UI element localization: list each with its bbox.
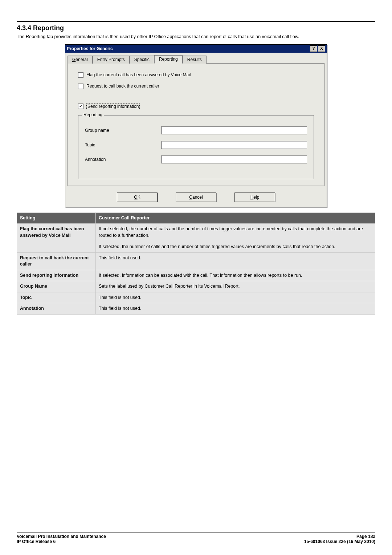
dialog-button-row: OK Cancel Help	[65, 188, 327, 207]
bottom-rule	[17, 532, 375, 532]
checkbox-label-flag-answered: Flag the current call has been answered …	[86, 72, 191, 77]
th-setting: Setting	[17, 212, 96, 224]
tabs-row: General Entry Prompts Specific Reporting…	[65, 53, 327, 63]
label-topic: Topic	[85, 142, 161, 147]
input-annotation[interactable]	[161, 155, 307, 163]
dialog-container: Properties for Generic ? X General Entry…	[17, 44, 375, 207]
footer-right-1: Page 182	[356, 534, 375, 539]
footer-left-2: IP Office Release 6	[17, 539, 56, 544]
checkbox-request-callback[interactable]	[78, 84, 83, 89]
section-title: Reporting	[33, 24, 64, 32]
footer-right-2: 15-601063 Issue 22e (16 May 2010)	[304, 539, 375, 544]
label-annotation: Annotation	[85, 157, 161, 162]
checkbox-row-send-reporting: Send reporting information	[78, 104, 314, 109]
th-desc: Customer Call Reporter	[96, 212, 375, 224]
tab-reporting[interactable]: Reporting	[154, 55, 183, 64]
fieldset-legend: Reporting	[82, 112, 104, 117]
checkbox-row-flag-answered: Flag the current call has been answered …	[78, 72, 314, 78]
field-row-topic: Topic	[85, 141, 307, 149]
dialog-title: Properties for Generic	[67, 46, 309, 51]
tab-panel-reporting: Flag the current call has been answered …	[68, 63, 324, 186]
dialog-titlebar: Properties for Generic ? X	[65, 45, 327, 53]
settings-table: Setting Customer Call Reporter Flag the …	[17, 212, 375, 315]
tab-specific[interactable]: Specific	[130, 56, 154, 64]
cell-setting: Request to call back the current caller	[17, 252, 96, 270]
cell-setting: Annotation	[17, 303, 96, 315]
cell-setting: Topic	[17, 292, 96, 303]
ok-button[interactable]: OK	[117, 193, 158, 202]
cell-setting: Group Name	[17, 281, 96, 292]
page: 4.3.4 Reporting The Reporting tab provid…	[0, 0, 392, 555]
tab-entry-prompts[interactable]: Entry Prompts	[93, 56, 130, 64]
table-row: Request to call back the current caller …	[17, 252, 375, 270]
table-row: Annotation This field is not used.	[17, 303, 375, 315]
cell-desc: Sets the label used by Customer Call Rep…	[96, 281, 375, 292]
cell-desc: This field is not used.	[96, 252, 375, 270]
field-row-annotation: Annotation	[85, 155, 307, 163]
intro-paragraph: The Reporting tab provides information t…	[17, 34, 375, 40]
cell-desc: If selected, information can be associat…	[96, 270, 375, 281]
table-row: Flag the current call has been answered …	[17, 224, 375, 253]
cell-desc: This field is not used.	[96, 303, 375, 315]
checkbox-row-request-callback: Request to call back the current caller	[78, 84, 314, 89]
cell-desc: This field is not used.	[96, 292, 375, 303]
help-icon[interactable]: ?	[310, 45, 317, 52]
section-number: 4.3.4	[17, 24, 31, 32]
input-group-name[interactable]	[161, 126, 307, 134]
close-icon[interactable]: X	[318, 45, 325, 52]
section-heading: 4.3.4 Reporting	[17, 24, 375, 32]
cancel-button[interactable]: Cancel	[176, 193, 216, 202]
table-row: Send reporting information If selected, …	[17, 270, 375, 281]
table-row: Group Name Sets the label used by Custom…	[17, 281, 375, 292]
checkbox-send-reporting[interactable]	[78, 104, 83, 109]
properties-dialog: Properties for Generic ? X General Entry…	[65, 44, 327, 207]
checkbox-label-request-callback: Request to call back the current caller	[86, 84, 159, 89]
label-group-name: Group name	[85, 128, 161, 133]
table-header-row: Setting Customer Call Reporter	[17, 212, 375, 224]
field-row-group-name: Group name	[85, 126, 307, 134]
reporting-fieldset: Reporting Group name Topic Annotation	[78, 115, 314, 179]
cell-setting: Flag the current call has been answered …	[17, 224, 96, 253]
tab-results[interactable]: Results	[183, 56, 207, 64]
footer-row-2: IP Office Release 6 15-601063 Issue 22e …	[17, 539, 375, 544]
table-row: Topic This field is not used.	[17, 292, 375, 303]
checkbox-flag-answered[interactable]	[78, 72, 83, 78]
page-footer: Voicemail Pro Installation and Maintenan…	[17, 532, 375, 544]
tab-general[interactable]: General	[68, 56, 93, 64]
checkbox-label-send-reporting: Send reporting information	[86, 104, 140, 109]
cell-setting: Send reporting information	[17, 270, 96, 281]
footer-left-1: Voicemail Pro Installation and Maintenan…	[17, 534, 106, 539]
help-button[interactable]: Help	[234, 193, 275, 202]
input-topic[interactable]	[161, 141, 307, 149]
cell-desc: If not selected, the number of calls and…	[96, 224, 375, 253]
top-rule	[17, 21, 375, 22]
footer-row-1: Voicemail Pro Installation and Maintenan…	[17, 534, 375, 539]
